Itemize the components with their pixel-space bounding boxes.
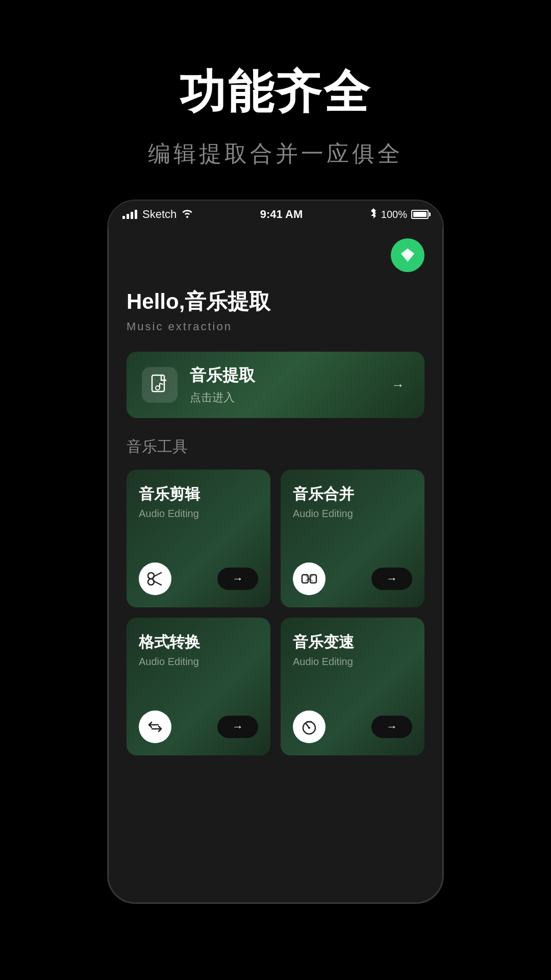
music-extraction-card[interactable]: 音乐提取 点击进入 → [127,352,424,418]
main-subheading: 编辑提取合并一应俱全 [148,139,403,169]
svg-rect-12 [310,575,316,583]
scissors-icon [139,562,171,595]
tool-arrow-0[interactable]: → [217,568,258,590]
tool-arrow-2[interactable]: → [217,716,258,738]
svg-rect-11 [302,575,308,583]
page-title-area: 功能齐全 编辑提取合并一应俱全 [0,0,551,169]
tool-arrow-3[interactable]: → [371,716,412,738]
main-card-desc: 点击进入 [190,390,387,405]
main-card-arrow: → [387,374,409,396]
tool-card-bottom-0: → [139,562,258,595]
tool-card-text: 音乐合并 Audio Editing [293,484,412,520]
tool-title-1: 音乐合并 [293,484,412,505]
signal-icon [122,210,137,219]
tool-sub-3: Audio Editing [293,656,412,668]
premium-button[interactable] [391,238,424,272]
status-time: 9:41 AM [260,208,303,221]
main-heading: 功能齐全 [180,61,371,124]
status-left: Sketch [122,208,193,221]
main-card-title: 音乐提取 [190,364,387,387]
tool-card-bottom-3: → [293,710,412,743]
tool-card-music-speed[interactable]: 音乐变速 Audio Editing → [281,618,424,755]
tool-card-music-editing[interactable]: 音乐剪辑 Audio Editing → [127,470,270,607]
tool-title-3: 音乐变速 [293,632,412,653]
tool-card-text: 音乐剪辑 Audio Editing [139,484,258,520]
tool-card-bottom-1: → [293,562,412,595]
phone-frame: Sketch 9:41 AM 100% [107,200,444,904]
battery-icon [411,210,429,219]
svg-line-6 [160,383,163,384]
tool-title-0: 音乐剪辑 [139,484,258,505]
tool-card-text: 格式转换 Audio Editing [139,632,258,668]
tool-arrow-1[interactable]: → [371,568,412,590]
carrier-name: Sketch [142,208,177,221]
tool-sub-0: Audio Editing [139,508,258,520]
tools-grid: 音乐剪辑 Audio Editing → [127,470,424,755]
music-file-icon [142,367,178,403]
tools-section-title: 音乐工具 [127,436,424,457]
tool-card-text: 音乐变速 Audio Editing [293,632,412,668]
tool-card-music-merge[interactable]: 音乐合并 Audio Editing → [281,470,424,607]
tool-card-format-convert[interactable]: 格式转换 Audio Editing → [127,618,270,755]
convert-icon [139,710,171,743]
tool-card-bottom-2: → [139,710,258,743]
svg-point-14 [308,727,310,729]
tool-sub-2: Audio Editing [139,656,258,668]
app-content: Hello,音乐提取 Music extraction 音乐提取 点击进入 → … [108,228,443,903]
greeting-sub: Music extraction [127,320,424,333]
status-right: 100% [370,208,429,221]
tool-sub-1: Audio Editing [293,508,412,520]
battery-percentage: 100% [381,209,407,220]
merge-icon [293,562,325,595]
svg-rect-3 [152,375,164,391]
greeting-title: Hello,音乐提取 [127,287,424,316]
svg-marker-2 [401,249,408,255]
svg-point-4 [156,386,160,390]
status-bar: Sketch 9:41 AM 100% [108,201,443,228]
svg-point-8 [148,579,154,585]
svg-point-7 [148,573,154,579]
wifi-icon [182,209,193,220]
diamond-icon [399,247,416,264]
main-card-text: 音乐提取 点击进入 [190,364,387,405]
svg-marker-1 [408,249,414,255]
bluetooth-icon [370,208,377,221]
tool-title-2: 格式转换 [139,632,258,653]
speed-icon [293,710,325,743]
